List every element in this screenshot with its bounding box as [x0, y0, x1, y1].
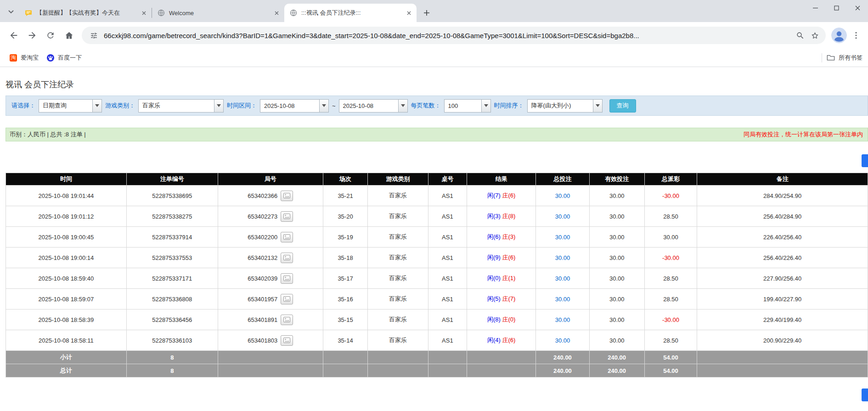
cell-total-bet: 30.00	[536, 186, 589, 206]
total-bet-link[interactable]: 30.00	[555, 275, 570, 282]
close-icon[interactable]	[405, 9, 413, 17]
bet-records-table: 时间 注单编号 局号 场次 游戏类别 桌号 结果 总投注 有效投注 总派彩 备注…	[6, 173, 868, 377]
url-text[interactable]: 66cxkj98.com/game/betrecord_search/kind3…	[104, 32, 793, 39]
date-end-input[interactable]: 2025-10-08	[339, 99, 408, 113]
tab-forum[interactable]: 【新提醒】【实战有奖】今天在	[19, 4, 152, 22]
bookmark-label: 爱淘宝	[21, 54, 39, 62]
site-settings-icon[interactable]	[88, 30, 99, 41]
col-header-session: 场次	[323, 173, 368, 186]
new-tab-button[interactable]	[420, 6, 433, 19]
all-bookmarks-label: 所有书签	[839, 54, 862, 62]
total-bet-link[interactable]: 30.00	[555, 296, 570, 303]
cell-remark: 199.40/227.90	[697, 289, 868, 310]
bookmark-taobao[interactable]: 淘 爱淘宝	[6, 51, 43, 64]
result-player: 闲(4)	[487, 337, 501, 343]
cell-bet-id: 522875337171	[126, 268, 218, 289]
view-round-button[interactable]	[281, 191, 293, 201]
cell-total-bet: 30.00	[536, 289, 589, 310]
bookmark-star-icon[interactable]	[807, 28, 822, 43]
subtotal-payout: 54.00	[644, 351, 697, 364]
address-bar[interactable]: 66cxkj98.com/game/betrecord_search/kind3…	[82, 27, 826, 44]
total-bet-link[interactable]: 30.00	[555, 254, 570, 261]
query-type-select[interactable]: 日期查询	[39, 99, 102, 113]
cell-bet-id: 522875338275	[126, 206, 218, 227]
view-round-icon	[283, 193, 290, 198]
view-round-button[interactable]	[281, 211, 293, 222]
total-bet-link[interactable]: 30.00	[555, 192, 570, 199]
result-banker: 庄(3)	[502, 233, 516, 240]
total-bet-link[interactable]: 30.00	[555, 337, 570, 344]
col-header-round-id: 局号	[218, 173, 323, 186]
cell-round-id: 653402366	[218, 186, 323, 206]
view-round-button[interactable]	[281, 232, 293, 242]
col-header-table-no: 桌号	[428, 173, 467, 186]
table-row: 2025-10-08 18:59:07522875336808653401957…	[6, 289, 868, 310]
view-round-button[interactable]	[281, 273, 293, 284]
tab-welcome[interactable]: Welcome	[152, 4, 284, 22]
view-round-button[interactable]	[281, 315, 293, 325]
total-bet-link[interactable]: 30.00	[555, 234, 570, 241]
chevron-down-icon[interactable]	[92, 100, 101, 112]
sort-select[interactable]: 降幂(由大到小)	[527, 99, 603, 113]
floating-button-bottom[interactable]	[862, 388, 868, 401]
close-icon[interactable]	[140, 9, 148, 17]
cell-session: 35-14	[323, 330, 368, 351]
cell-round-id: 653401957	[218, 289, 323, 310]
close-icon[interactable]	[272, 9, 281, 17]
payout-value: 28.50	[663, 213, 678, 220]
total-bet-link[interactable]: 30.00	[555, 213, 570, 220]
page-size-select[interactable]: 100	[444, 99, 491, 113]
back-button[interactable]	[5, 26, 23, 45]
view-round-icon	[283, 317, 290, 322]
cell-table-no: AS1	[428, 186, 467, 206]
round-id-text: 653401957	[248, 296, 277, 303]
result-player: 闲(6)	[487, 233, 501, 240]
floating-button-top[interactable]	[862, 154, 868, 167]
cell-payout: 28.50	[644, 206, 697, 227]
chevron-down-icon[interactable]	[593, 100, 602, 112]
chevron-down-icon[interactable]	[214, 100, 223, 112]
all-bookmarks-button[interactable]: 所有书签	[827, 54, 862, 62]
zoom-icon[interactable]	[793, 28, 807, 43]
cell-table-no: AS1	[428, 289, 467, 310]
total-bet-link[interactable]: 30.00	[555, 316, 570, 323]
view-round-button[interactable]	[281, 335, 293, 346]
round-id-text: 653401803	[248, 337, 277, 344]
cell-game-type: 百家乐	[368, 186, 428, 206]
cell-total-bet: 30.00	[536, 206, 589, 227]
payout-value: 28.50	[663, 275, 678, 282]
window-controls	[805, 0, 868, 16]
cell-game-type: 百家乐	[368, 227, 428, 248]
refresh-button[interactable]	[41, 26, 60, 45]
maximize-button[interactable]	[826, 0, 847, 16]
home-button[interactable]	[60, 26, 78, 45]
bookmark-baidu[interactable]: 百度一下	[43, 51, 86, 64]
tab-title: :::视讯 会员下注纪录:::	[301, 9, 405, 17]
chevron-down-icon[interactable]	[481, 100, 490, 112]
cell-result: 闲(7) 庄(6)	[467, 186, 536, 206]
payout-value: -30.00	[662, 192, 679, 199]
view-round-icon	[283, 234, 290, 240]
view-round-button[interactable]	[281, 253, 293, 263]
folder-icon	[827, 54, 835, 61]
view-round-button[interactable]	[281, 294, 293, 304]
search-button[interactable]: 查询	[609, 99, 636, 113]
sort-label: 时间排序：	[494, 101, 524, 110]
date-start-input[interactable]: 2025-10-08	[260, 99, 329, 113]
cell-time: 2025-10-08 18:58:39	[6, 310, 127, 330]
profile-avatar[interactable]	[831, 28, 847, 43]
window-close-button[interactable]	[847, 0, 868, 16]
chevron-down-icon[interactable]	[398, 100, 407, 112]
tab-search-button[interactable]	[5, 6, 17, 18]
cell-table-no: AS1	[428, 206, 467, 227]
chevron-down-icon[interactable]	[319, 100, 328, 112]
forward-button[interactable]	[23, 26, 41, 45]
cell-session: 35-15	[323, 310, 368, 330]
game-type-select[interactable]: 百家乐	[138, 99, 224, 113]
cell-result: 闲(4) 庄(6)	[467, 330, 536, 351]
tab-bet-records-active[interactable]: :::视讯 会员下注纪录:::	[284, 4, 417, 22]
cell-table-no: AS1	[428, 330, 467, 351]
browser-menu-button[interactable]	[849, 28, 863, 43]
col-header-game-type: 游戏类别	[368, 173, 428, 186]
minimize-button[interactable]	[805, 0, 826, 16]
